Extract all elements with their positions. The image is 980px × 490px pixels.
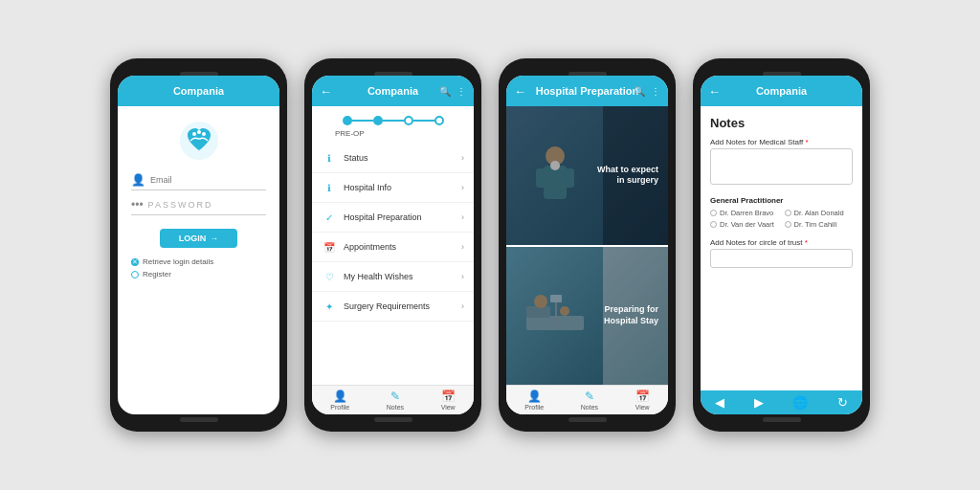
phone-login: Compania 👤 ••• xyxy=(110,58,287,432)
view-tab-label: View xyxy=(441,404,456,411)
back-button-hospital[interactable]: ← xyxy=(514,84,526,99)
menu-item-surgery-req[interactable]: ✦ Surgery Requirements › xyxy=(312,292,474,322)
profile-tab-label: Profile xyxy=(330,404,349,411)
chevron-status: › xyxy=(461,153,464,163)
header-icons-menu: 🔍 ⋮ xyxy=(439,86,466,97)
card-overlay-surgery: What to expectin surgery xyxy=(506,106,668,245)
gp-option-1[interactable]: Dr. Darren Bravo xyxy=(710,209,779,217)
profile-tab-label-2: Profile xyxy=(524,404,544,411)
tab-profile-hospital[interactable]: 👤 Profile xyxy=(524,390,544,411)
retrieve-link[interactable]: ✕ Retrieve login details xyxy=(131,257,266,266)
app-logo xyxy=(178,120,220,162)
card-overlay-hospital: Preparing forHospital Stay xyxy=(506,247,668,386)
search-icon-hospital[interactable]: 🔍 xyxy=(634,86,645,97)
notes-tab-label-2: Notes xyxy=(581,404,598,411)
dot-line-1 xyxy=(352,120,373,122)
dot-line-2 xyxy=(383,120,404,122)
gp-option-4[interactable]: Dr. Tim Cahill xyxy=(785,220,854,229)
hospital-prep-icon: ✓ xyxy=(322,210,337,225)
radio-3[interactable] xyxy=(710,221,717,228)
menu-item-health-wishes[interactable]: ♡ My Health Wishes › xyxy=(312,262,474,292)
required-asterisk-1: * xyxy=(805,138,808,146)
radio-2[interactable] xyxy=(785,210,791,216)
header-menu: ← Compania 🔍 ⋮ xyxy=(312,76,474,106)
chevron-hospital-info: › xyxy=(461,183,464,192)
login-arrow-icon: → xyxy=(210,234,218,243)
dot-1 xyxy=(343,116,352,125)
back-button-notes[interactable]: ← xyxy=(708,84,721,99)
header-notes: ← Compania xyxy=(701,76,862,106)
notes-bottom-bar: ◀ ▶ 🌐 ↻ xyxy=(701,390,862,414)
back-button-menu[interactable]: ← xyxy=(320,84,332,99)
register-link[interactable]: Register xyxy=(131,270,266,278)
chevron-surgery-req: › xyxy=(461,301,464,311)
menu-item-appointments[interactable]: 📅 Appointments › xyxy=(312,233,474,262)
screen-menu: ← Compania 🔍 ⋮ PRE-OP xyxy=(312,76,474,414)
menu-label-hospital-prep: Hospital Preparation xyxy=(344,212,461,222)
gp-option-2[interactable]: Dr. Alan Donald xyxy=(785,209,854,217)
phone-notes: ← Compania Notes Add Notes for Medical S… xyxy=(693,58,870,432)
card-surgery[interactable]: What to expectin surgery xyxy=(506,106,668,245)
more-icon-menu[interactable]: ⋮ xyxy=(457,86,466,97)
password-field-container[interactable]: ••• PASSWORD xyxy=(131,198,266,215)
email-field-container[interactable]: 👤 xyxy=(131,173,266,190)
user-icon: 👤 xyxy=(131,173,145,187)
nav-refresh-button[interactable]: ↻ xyxy=(837,395,848,410)
app-title-1: Compania xyxy=(173,85,224,97)
radio-4[interactable] xyxy=(785,221,791,228)
view-tab-icon: 📅 xyxy=(441,390,456,403)
appointments-icon: 📅 xyxy=(322,239,337,255)
radio-1[interactable] xyxy=(710,210,717,216)
notes-tab-icon-2: ✎ xyxy=(585,390,594,403)
menu-item-hospital-info[interactable]: ℹ Hospital Info › xyxy=(312,173,474,203)
tab-view-hospital[interactable]: 📅 View xyxy=(635,390,650,411)
email-input[interactable] xyxy=(150,175,266,185)
progress-dots xyxy=(343,116,444,125)
nav-globe-button[interactable]: 🌐 xyxy=(792,395,808,410)
gp-name-2: Dr. Alan Donald xyxy=(794,209,844,217)
gp-option-3[interactable]: Dr. Van der Vaart xyxy=(710,220,779,229)
more-icon-hospital[interactable]: ⋮ xyxy=(651,86,660,97)
tab-bar-hospital: 👤 Profile ✎ Notes 📅 View xyxy=(506,385,668,414)
phones-container: Compania 👤 ••• xyxy=(91,39,889,451)
tab-profile-menu[interactable]: 👤 Profile xyxy=(330,390,349,411)
circle-trust-textarea[interactable] xyxy=(710,249,853,268)
notes-tab-label: Notes xyxy=(387,404,404,411)
app-title-2: Compania xyxy=(368,85,418,97)
medical-staff-textarea[interactable] xyxy=(710,148,853,185)
menu-list: ℹ Status › ℹ Hospital Info › ✓ Hospital … xyxy=(312,144,474,385)
notes-tab-icon: ✎ xyxy=(390,390,400,403)
tab-notes-menu[interactable]: ✎ Notes xyxy=(387,390,404,411)
search-icon-menu[interactable]: 🔍 xyxy=(439,86,451,97)
svg-point-1 xyxy=(192,132,196,136)
svg-point-2 xyxy=(197,130,201,134)
menu-label-health-wishes: My Health Wishes xyxy=(344,272,461,281)
card-hospital-stay[interactable]: Preparing forHospital Stay xyxy=(506,247,668,386)
menu-label-surgery-req: Surgery Requirements xyxy=(344,301,461,311)
hospital-prep-title: Hospital Preparation xyxy=(536,85,639,97)
menu-label-hospital-info: Hospital Info xyxy=(344,183,461,192)
phone-menu: ← Compania 🔍 ⋮ PRE-OP xyxy=(304,58,481,432)
tab-notes-hospital[interactable]: ✎ Notes xyxy=(581,390,598,411)
dot-4 xyxy=(434,116,444,125)
menu-label-appointments: Appointments xyxy=(344,242,461,252)
tab-view-menu[interactable]: 📅 View xyxy=(441,390,456,411)
gp-name-1: Dr. Darren Bravo xyxy=(720,209,773,217)
dot-3 xyxy=(404,116,413,125)
nav-prev-button[interactable]: ◀ xyxy=(715,395,724,410)
nav-next-button[interactable]: ▶ xyxy=(754,395,764,410)
app-title-notes: Compania xyxy=(756,85,807,97)
gp-section: General Practitioner Dr. Darren Bravo Dr… xyxy=(710,196,853,229)
screen-hospital-prep: ← Hospital Preparation 🔍 ⋮ xyxy=(506,76,668,414)
phone-hospital-prep: ← Hospital Preparation 🔍 ⋮ xyxy=(499,58,676,432)
gp-title: General Practitioner xyxy=(710,196,853,205)
menu-item-status[interactable]: ℹ Status › xyxy=(312,144,474,173)
status-icon: ℹ xyxy=(322,150,337,166)
menu-item-hospital-prep[interactable]: ✓ Hospital Preparation › xyxy=(312,203,474,233)
chevron-appointments: › xyxy=(461,242,464,252)
login-button[interactable]: LOGIN → xyxy=(160,229,238,248)
retrieve-dot: ✕ xyxy=(131,258,139,266)
medical-staff-label: Add Notes for Medical Staff * xyxy=(710,138,853,146)
password-placeholder: PASSWORD xyxy=(148,200,213,210)
menu-label-status: Status xyxy=(344,153,461,163)
